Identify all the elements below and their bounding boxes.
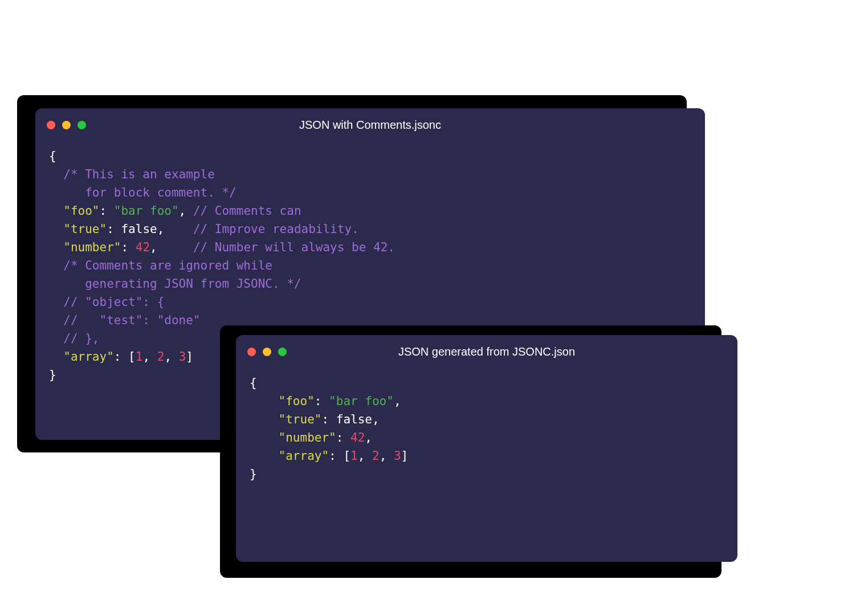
code-token: // "object": { xyxy=(49,295,164,309)
code-line: "true": false, // Improve readability. xyxy=(49,220,691,238)
code-token: // "test": "done" xyxy=(49,313,201,327)
code-token: "bar foo" xyxy=(329,394,394,408)
code-line: "number": 42, // Number will always be 4… xyxy=(49,238,691,256)
code-token: 3 xyxy=(394,449,401,463)
code-token: } xyxy=(49,368,56,382)
code-token: : xyxy=(100,204,114,218)
code-token xyxy=(250,449,279,463)
code-token: /* This is an example xyxy=(49,168,215,181)
code-token: "number" xyxy=(63,240,121,254)
code-line: "foo": "bar foo", xyxy=(250,392,724,410)
code-token: // Comments can xyxy=(193,204,301,218)
code-line: "number": 42, xyxy=(250,429,724,447)
code-token: "array" xyxy=(279,449,329,463)
code-token: : xyxy=(315,394,329,408)
code-token: ] xyxy=(186,350,193,364)
code-token: , xyxy=(372,413,380,426)
code-token: /* Comments are ignored while xyxy=(49,259,272,272)
code-line: "true": false, xyxy=(250,410,724,429)
window-title: JSON generated from JSONC.json xyxy=(236,345,737,358)
code-token: { xyxy=(250,376,257,390)
code-line: "array": [1, 2, 3] xyxy=(250,447,724,465)
code-line: /* Comments are ignored while xyxy=(49,256,691,275)
code-token: , xyxy=(380,449,394,463)
code-line: { xyxy=(250,374,724,392)
code-token: } xyxy=(250,467,257,481)
code-token: // Number will always be 42. xyxy=(193,240,395,254)
code-token: 42 xyxy=(136,240,150,254)
code-token: 3 xyxy=(179,350,186,364)
code-token: "true" xyxy=(279,413,322,426)
code-window-json: JSON generated from JSONC.json { "foo": … xyxy=(236,335,737,562)
code-token: : xyxy=(321,413,336,426)
code-token: { xyxy=(49,149,56,163)
code-token: 2 xyxy=(372,449,380,463)
code-line: "foo": "bar foo", // Comments can xyxy=(49,202,691,220)
code-token: for block comment. */ xyxy=(49,186,237,199)
minimize-icon[interactable] xyxy=(263,348,271,356)
code-token: [ xyxy=(343,449,350,463)
zoom-icon[interactable] xyxy=(278,348,287,356)
code-token: "bar foo" xyxy=(114,204,179,218)
close-icon[interactable] xyxy=(247,348,256,356)
code-token: // }, xyxy=(49,332,100,345)
code-token: : xyxy=(329,449,343,463)
code-token: , xyxy=(365,431,372,444)
code-token: , xyxy=(358,449,372,463)
code-token xyxy=(49,222,63,236)
close-icon[interactable] xyxy=(47,121,55,129)
code-token: : xyxy=(114,350,128,364)
code-token: 2 xyxy=(157,350,165,364)
code-token: , xyxy=(157,222,193,236)
code-line: generating JSON from JSONC. */ xyxy=(49,275,691,293)
traffic-lights xyxy=(247,348,287,356)
code-token: ] xyxy=(401,449,409,463)
code-token xyxy=(250,394,279,408)
minimize-icon[interactable] xyxy=(62,121,71,129)
titlebar[interactable]: JSON generated from JSONC.json xyxy=(236,335,737,368)
code-line: /* This is an example xyxy=(49,165,691,183)
code-line: { xyxy=(49,147,691,165)
traffic-lights xyxy=(47,121,86,129)
zoom-icon[interactable] xyxy=(78,121,86,129)
code-token xyxy=(250,431,279,444)
window-title: JSON with Comments.jsonc xyxy=(35,119,705,132)
code-token: "true" xyxy=(63,222,107,236)
code-token xyxy=(49,350,63,364)
code-line: for block comment. */ xyxy=(49,183,691,202)
code-token: generating JSON from JSONC. */ xyxy=(49,277,301,291)
stage: JSON with Comments.jsonc { /* This is an… xyxy=(0,0,848,616)
code-token: false xyxy=(121,222,157,236)
code-token xyxy=(49,204,63,218)
code-token: "array" xyxy=(63,350,114,364)
code-token: , xyxy=(142,350,157,364)
code-token: 1 xyxy=(136,350,143,364)
code-token: [ xyxy=(128,350,136,364)
code-token: // Improve readability. xyxy=(193,222,359,236)
code-token: 42 xyxy=(350,431,365,444)
code-token: 1 xyxy=(350,449,358,463)
code-token: , xyxy=(164,350,178,364)
code-token xyxy=(250,413,279,426)
code-token: , xyxy=(150,240,193,254)
code-token: "number" xyxy=(279,431,336,444)
titlebar[interactable]: JSON with Comments.jsonc xyxy=(35,108,705,141)
code-token: , xyxy=(179,204,193,218)
code-area[interactable]: { "foo": "bar foo", "true": false, "numb… xyxy=(236,368,737,497)
code-token: : xyxy=(107,222,121,236)
code-token: : xyxy=(336,431,350,444)
code-token: false xyxy=(336,413,372,426)
code-token: "foo" xyxy=(63,204,99,218)
code-token xyxy=(49,240,63,254)
code-token: , xyxy=(394,394,401,408)
code-line: } xyxy=(250,465,724,483)
code-line: // "object": { xyxy=(49,293,691,311)
code-token: "foo" xyxy=(279,394,315,408)
code-token: : xyxy=(121,240,135,254)
